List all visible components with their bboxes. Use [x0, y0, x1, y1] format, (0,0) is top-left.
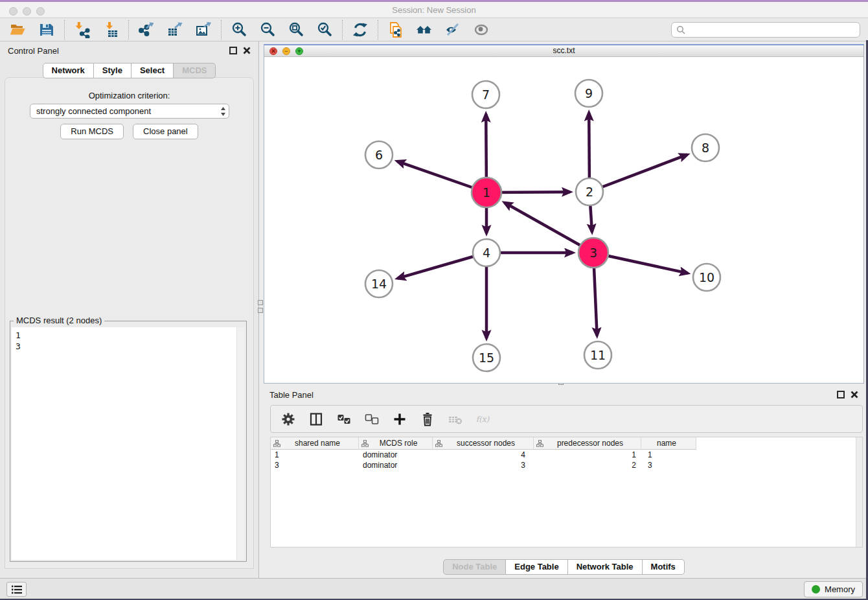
- close-panel-button[interactable]: Close panel: [133, 124, 198, 139]
- save-session-icon[interactable]: [38, 21, 56, 39]
- result-scrollbar[interactable]: [236, 327, 245, 560]
- select-all-icon[interactable]: [336, 411, 352, 427]
- cell-shared-name[interactable]: 3: [271, 460, 359, 470]
- svg-text:1: 1: [483, 185, 490, 200]
- tab-motifs[interactable]: Motifs: [643, 559, 685, 575]
- table-panel-title: Table Panel: [269, 390, 314, 400]
- control-panel-tabs: Network Style Select MCDS: [0, 63, 258, 78]
- run-mcds-button[interactable]: Run MCDS: [60, 124, 124, 139]
- svg-text:15: 15: [479, 351, 494, 365]
- search-icon: [676, 25, 685, 34]
- network-canvas[interactable]: 7968124314101511: [264, 57, 863, 384]
- node-table: shared name MCDS role successor nodes pr…: [270, 437, 863, 548]
- graph-node-3[interactable]: 3: [578, 238, 608, 268]
- zoom-out-icon[interactable]: [258, 21, 277, 39]
- graph-node-6[interactable]: 6: [365, 141, 393, 168]
- task-history-button[interactable]: [6, 582, 27, 597]
- import-network-icon[interactable]: [73, 21, 91, 39]
- window-title: Session: New Session: [0, 5, 868, 15]
- tab-network-table[interactable]: Network Table: [568, 559, 643, 575]
- refresh-layout-icon[interactable]: [351, 21, 369, 39]
- import-table-icon[interactable]: [102, 21, 120, 39]
- network-window-titlebar[interactable]: ✕ − + scc.txt: [264, 45, 863, 57]
- graph-node-10[interactable]: 10: [693, 264, 720, 291]
- tab-edge-table[interactable]: Edge Table: [506, 559, 567, 575]
- tab-node-table[interactable]: Node Table: [443, 559, 506, 575]
- criterion-dropdown[interactable]: strongly connected component: [30, 104, 229, 119]
- add-icon[interactable]: [392, 411, 407, 427]
- search-input[interactable]: [689, 24, 855, 35]
- cell-predecessor-nodes[interactable]: 1: [534, 450, 641, 460]
- graph-node-7[interactable]: 7: [472, 81, 499, 108]
- column-header-shared-name[interactable]: shared name: [271, 437, 359, 450]
- graph-node-15[interactable]: 15: [473, 344, 500, 371]
- network-minimize-button[interactable]: −: [282, 47, 290, 55]
- cell-shared-name[interactable]: 1: [271, 450, 359, 460]
- table-row[interactable]: 3 dominator 3 2 3: [271, 460, 862, 470]
- float-panel-icon[interactable]: [229, 47, 237, 54]
- graph-node-4[interactable]: 4: [473, 239, 500, 266]
- zoom-in-icon[interactable]: [230, 21, 248, 39]
- column-header-successor-nodes[interactable]: successor nodes: [433, 437, 534, 450]
- vertical-splitter-grip[interactable]: [258, 308, 263, 313]
- list-icon: [11, 584, 23, 595]
- graph-node-1[interactable]: 1: [472, 178, 501, 207]
- svg-text:7: 7: [482, 87, 490, 102]
- cell-predecessor-nodes[interactable]: 2: [534, 460, 641, 470]
- hide-selected-icon[interactable]: [444, 21, 462, 39]
- export-table-icon[interactable]: [166, 21, 184, 39]
- network-close-button[interactable]: ✕: [269, 47, 277, 55]
- tab-select[interactable]: Select: [131, 63, 174, 78]
- cell-successor-nodes[interactable]: 4: [433, 450, 534, 460]
- graph-node-2[interactable]: 2: [576, 178, 603, 205]
- delete-icon[interactable]: [420, 411, 435, 427]
- cell-name[interactable]: 1: [641, 450, 696, 460]
- export-image-icon[interactable]: [194, 21, 212, 39]
- mcds-result-legend: MCDS result (2 nodes): [14, 316, 104, 325]
- first-neighbors-icon[interactable]: [415, 21, 433, 39]
- status-bar: Memory: [0, 578, 868, 600]
- network-view-window: ✕ − + scc.txt 7968124314101511: [264, 44, 864, 384]
- cell-successor-nodes[interactable]: 3: [433, 460, 534, 470]
- svg-text:2: 2: [586, 185, 593, 199]
- vertical-splitter-grip[interactable]: [258, 300, 263, 305]
- mcds-result-textarea[interactable]: 1 3: [12, 327, 245, 560]
- delete-column-icon: [448, 411, 463, 427]
- column-header-name[interactable]: name: [641, 437, 696, 450]
- column-header-predecessor-nodes[interactable]: predecessor nodes: [534, 437, 641, 450]
- zoom-fit-icon[interactable]: [287, 21, 305, 39]
- graph-node-8[interactable]: 8: [692, 134, 719, 161]
- table-tabs: Node Table Edge Table Network Table Moti…: [264, 559, 864, 575]
- cell-mcds-role[interactable]: dominator: [359, 450, 433, 460]
- tab-style[interactable]: Style: [94, 63, 131, 78]
- open-session-icon[interactable]: [9, 21, 27, 39]
- tab-mcds[interactable]: MCDS: [174, 63, 216, 78]
- deselect-all-icon[interactable]: [364, 411, 380, 427]
- dropdown-stepper-icon: [220, 106, 226, 117]
- close-panel-icon[interactable]: [243, 47, 251, 54]
- graph-node-11[interactable]: 11: [584, 341, 611, 369]
- cell-name[interactable]: 3: [641, 460, 696, 470]
- search-box[interactable]: [671, 22, 860, 38]
- float-panel-icon[interactable]: [837, 391, 845, 398]
- close-panel-icon[interactable]: [851, 391, 858, 398]
- memory-button[interactable]: Memory: [804, 581, 863, 597]
- table-row[interactable]: 1 dominator 4 1 1: [271, 450, 862, 460]
- tab-network[interactable]: Network: [43, 63, 94, 78]
- graph-node-9[interactable]: 9: [575, 80, 602, 107]
- network-zoom-button[interactable]: +: [295, 47, 303, 55]
- zoom-selected-icon[interactable]: [315, 21, 334, 39]
- mcds-panel: Optimization criterion: strongly connect…: [5, 77, 254, 569]
- graph-node-14[interactable]: 14: [365, 270, 393, 297]
- gear-icon[interactable]: [280, 411, 296, 427]
- table-scrollbar[interactable]: [856, 437, 862, 547]
- export-network-icon[interactable]: [137, 21, 155, 39]
- column-header-mcds-role[interactable]: MCDS role: [359, 437, 433, 450]
- optimization-criterion-label: Optimization criterion:: [5, 91, 253, 100]
- clone-network-icon[interactable]: [387, 21, 405, 39]
- split-column-icon[interactable]: [308, 411, 324, 427]
- application-window: Session: New Session: [0, 0, 868, 600]
- graph-edge-2-8[interactable]: [589, 155, 687, 192]
- show-eye-icon[interactable]: [472, 21, 490, 39]
- cell-mcds-role[interactable]: dominator: [359, 460, 433, 470]
